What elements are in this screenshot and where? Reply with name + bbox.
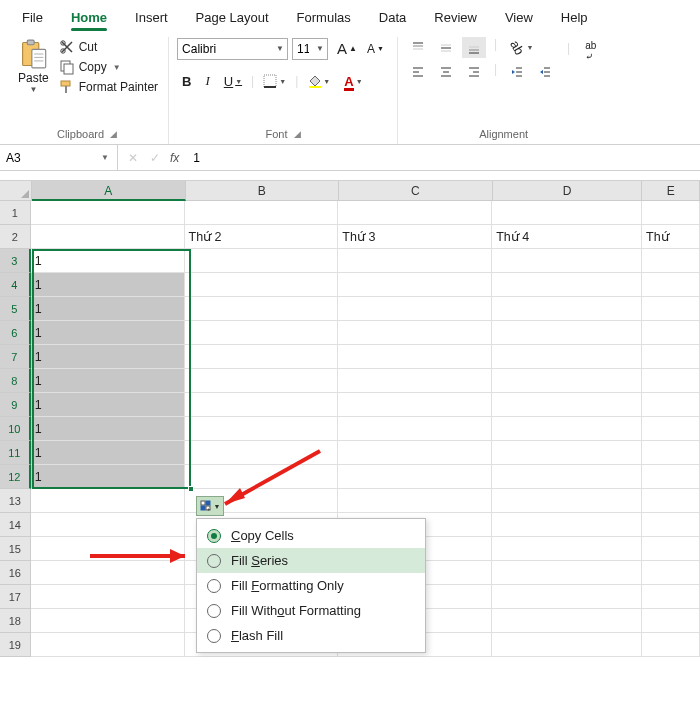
cell-A5[interactable]: 1 <box>31 297 185 321</box>
cell-C3[interactable] <box>338 249 492 273</box>
cell-A11[interactable]: 1 <box>31 441 185 465</box>
cell-C11[interactable] <box>338 441 492 465</box>
column-header-A[interactable]: A <box>32 181 186 201</box>
autofill-option-1[interactable]: Fill Series <box>197 548 425 573</box>
cell-D12[interactable] <box>492 465 642 489</box>
cell-B5[interactable] <box>185 297 339 321</box>
cell-E9[interactable] <box>642 393 700 417</box>
autofill-option-4[interactable]: Flash Fill <box>197 623 425 648</box>
cell-B3[interactable] <box>185 249 339 273</box>
cell-A3[interactable]: 1 <box>31 249 185 273</box>
cell-D18[interactable] <box>492 609 642 633</box>
font-name-input[interactable] <box>178 42 273 56</box>
row-header-17[interactable]: 17 <box>0 585 31 609</box>
cell-C9[interactable] <box>338 393 492 417</box>
cell-E14[interactable] <box>642 513 700 537</box>
cell-C6[interactable] <box>338 321 492 345</box>
cell-D2[interactable]: Thứ 4 <box>492 225 642 249</box>
tab-data[interactable]: Data <box>365 4 420 35</box>
font-name-combo[interactable]: ▼ <box>177 38 288 60</box>
copy-button[interactable]: Copy ▼ <box>59 59 158 75</box>
cell-D15[interactable] <box>492 537 642 561</box>
name-box-input[interactable] <box>4 150 84 166</box>
cell-E16[interactable] <box>642 561 700 585</box>
cell-A4[interactable]: 1 <box>31 273 185 297</box>
fill-color-button[interactable]: ▼ <box>302 71 335 91</box>
align-left-button[interactable] <box>406 62 430 82</box>
cell-E12[interactable] <box>642 465 700 489</box>
row-header-8[interactable]: 8 <box>0 369 31 393</box>
format-painter-button[interactable]: Format Painter <box>59 79 158 95</box>
row-header-7[interactable]: 7 <box>0 345 31 369</box>
cell-A14[interactable] <box>31 513 185 537</box>
row-header-3[interactable]: 3 <box>0 249 31 273</box>
cell-A16[interactable] <box>31 561 185 585</box>
cell-D8[interactable] <box>492 369 642 393</box>
tab-insert[interactable]: Insert <box>121 4 182 35</box>
cell-A15[interactable] <box>31 537 185 561</box>
tab-view[interactable]: View <box>491 4 547 35</box>
cell-A12[interactable]: 1 <box>31 465 185 489</box>
cell-D6[interactable] <box>492 321 642 345</box>
cell-C7[interactable] <box>338 345 492 369</box>
row-header-5[interactable]: 5 <box>0 297 31 321</box>
decrease-indent-button[interactable] <box>505 62 529 82</box>
cell-A19[interactable] <box>31 633 185 657</box>
clipboard-launcher-icon[interactable]: ◢ <box>110 129 117 139</box>
fx-icon[interactable]: fx <box>170 151 179 165</box>
cell-B1[interactable] <box>185 201 339 225</box>
row-header-19[interactable]: 19 <box>0 633 31 657</box>
row-header-1[interactable]: 1 <box>0 201 31 225</box>
name-box[interactable]: ▼ <box>0 145 118 170</box>
cell-D9[interactable] <box>492 393 642 417</box>
tab-file[interactable]: File <box>8 4 57 35</box>
row-header-15[interactable]: 15 <box>0 537 31 561</box>
column-header-E[interactable]: E <box>642 181 700 201</box>
cell-C12[interactable] <box>338 465 492 489</box>
cell-D1[interactable] <box>492 201 642 225</box>
cell-C5[interactable] <box>338 297 492 321</box>
align-bottom-button[interactable] <box>462 37 486 58</box>
font-launcher-icon[interactable]: ◢ <box>294 129 301 139</box>
cell-D7[interactable] <box>492 345 642 369</box>
row-header-12[interactable]: 12 <box>0 465 31 489</box>
cell-D16[interactable] <box>492 561 642 585</box>
cell-D4[interactable] <box>492 273 642 297</box>
decrease-font-button[interactable]: A▼ <box>362 37 389 60</box>
row-header-2[interactable]: 2 <box>0 225 31 249</box>
row-header-14[interactable]: 14 <box>0 513 31 537</box>
italic-button[interactable]: I <box>200 70 214 92</box>
cancel-formula-button[interactable]: ✕ <box>128 151 138 165</box>
font-size-caret-icon[interactable]: ▼ <box>313 44 327 53</box>
cell-E3[interactable] <box>642 249 700 273</box>
tab-home[interactable]: Home <box>57 4 121 35</box>
cell-C2[interactable]: Thứ 3 <box>338 225 492 249</box>
cell-E17[interactable] <box>642 585 700 609</box>
cell-B12[interactable] <box>185 465 339 489</box>
autofill-options-button[interactable]: + ▼ <box>196 496 224 516</box>
wrap-text-button[interactable]: ab⤶ <box>580 37 601 65</box>
cell-E11[interactable] <box>642 441 700 465</box>
borders-button[interactable]: ▼ <box>258 71 291 91</box>
tab-page-layout[interactable]: Page Layout <box>182 4 283 35</box>
cell-A8[interactable]: 1 <box>31 369 185 393</box>
cell-B4[interactable] <box>185 273 339 297</box>
cell-B7[interactable] <box>185 345 339 369</box>
cell-E18[interactable] <box>642 609 700 633</box>
cell-B8[interactable] <box>185 369 339 393</box>
cell-E7[interactable] <box>642 345 700 369</box>
cell-E4[interactable] <box>642 273 700 297</box>
cell-E2[interactable]: Thứ <box>642 225 700 249</box>
row-header-18[interactable]: 18 <box>0 609 31 633</box>
autofill-option-0[interactable]: Copy Cells <box>197 523 425 548</box>
fill-handle[interactable] <box>188 486 194 492</box>
cell-D14[interactable] <box>492 513 642 537</box>
cell-C4[interactable] <box>338 273 492 297</box>
row-header-6[interactable]: 6 <box>0 321 31 345</box>
autofill-option-3[interactable]: Fill Without Formatting <box>197 598 425 623</box>
autofill-option-2[interactable]: Fill Formatting Only <box>197 573 425 598</box>
row-header-13[interactable]: 13 <box>0 489 31 513</box>
name-box-caret-icon[interactable]: ▼ <box>101 153 109 162</box>
cell-C13[interactable] <box>338 489 492 513</box>
cell-A10[interactable]: 1 <box>31 417 185 441</box>
